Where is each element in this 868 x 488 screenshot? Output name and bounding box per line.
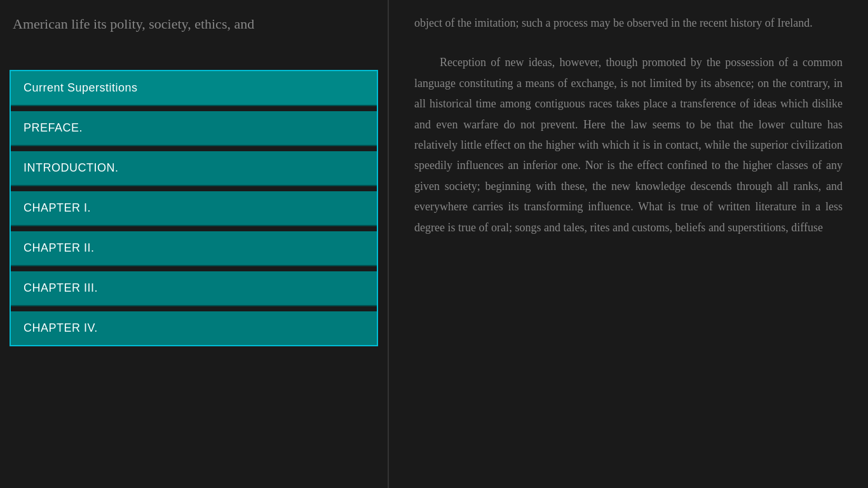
menu-item-chapter-1[interactable]: CHAPTER I. xyxy=(11,191,377,226)
menu-item-label: CHAPTER I. xyxy=(24,201,91,214)
menu-gap-1 xyxy=(11,106,377,111)
menu-item-chapter-3[interactable]: CHAPTER III. xyxy=(11,271,377,306)
menu-item-label: PREFACE. xyxy=(24,121,83,134)
menu-item-label: CHAPTER II. xyxy=(24,241,95,254)
menu-item-chapter-4[interactable]: CHAPTER IV. xyxy=(11,311,377,345)
menu-gap-6 xyxy=(11,306,377,311)
menu-gap-5 xyxy=(11,266,377,271)
right-panel: object of the imitation; such a process … xyxy=(389,0,868,488)
table-of-contents-menu: Current Superstitions PREFACE. INTRODUCT… xyxy=(10,70,378,346)
menu-item-label: INTRODUCTION. xyxy=(24,161,119,174)
right-paragraph-2: Reception of new ideas, however, though … xyxy=(414,52,843,238)
top-text-left: American life its polity, society, ethic… xyxy=(0,0,388,41)
menu-item-current-superstitions[interactable]: Current Superstitions xyxy=(11,71,377,106)
menu-item-chapter-2[interactable]: CHAPTER II. xyxy=(11,231,377,266)
menu-gap-2 xyxy=(11,146,377,151)
menu-item-introduction[interactable]: INTRODUCTION. xyxy=(11,151,377,186)
menu-item-label: CHAPTER III. xyxy=(24,281,98,294)
top-text-content: American life its polity, society, ethic… xyxy=(13,16,254,32)
menu-item-label: Current Superstitions xyxy=(24,81,138,94)
menu-gap-4 xyxy=(11,226,377,231)
left-panel: American life its polity, society, ethic… xyxy=(0,0,388,488)
menu-gap-3 xyxy=(11,186,377,191)
menu-item-preface[interactable]: PREFACE. xyxy=(11,111,377,146)
right-paragraph-1: object of the imitation; such a process … xyxy=(414,13,843,33)
menu-item-label: CHAPTER IV. xyxy=(24,322,98,334)
